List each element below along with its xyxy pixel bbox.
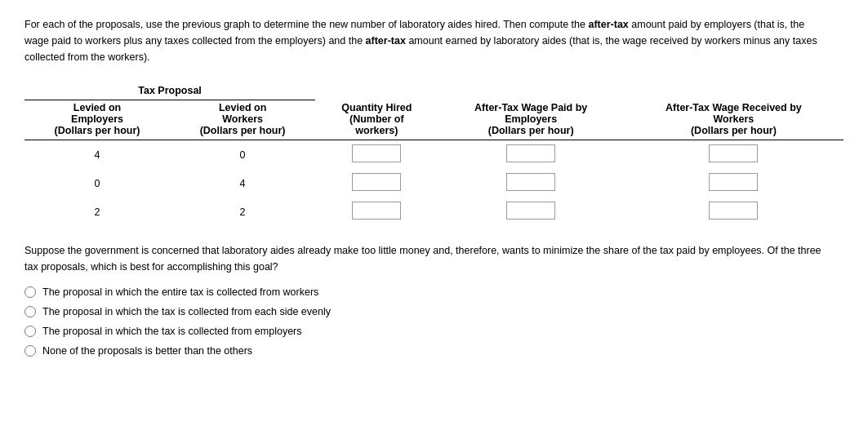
aftertax-employers-input-cell-3[interactable] [438, 197, 624, 226]
radio-option-3[interactable]: The proposal in which the tax is collect… [24, 326, 844, 337]
radio-option-1[interactable]: The proposal in which the entire tax is … [24, 286, 844, 298]
quantity-input-1[interactable] [352, 144, 401, 162]
intro-text: For each of the proposals, use the previ… [24, 16, 825, 65]
radio-input-2[interactable] [24, 306, 36, 317]
radio-input-4[interactable] [24, 345, 36, 357]
bottom-section: Suppose the government is concerned that… [24, 242, 844, 357]
levied-employers-header: Levied on Employers (Dollars per hour) [24, 100, 170, 140]
quantity-input-cell-1[interactable] [315, 140, 438, 170]
bottom-text: Suppose the government is concerned that… [24, 242, 825, 275]
radio-label-3: The proposal in which the tax is collect… [42, 326, 302, 337]
table-row: 0 4 [24, 169, 844, 197]
aftertax-employers-input-1[interactable] [506, 144, 555, 162]
radio-option-4[interactable]: None of the proposals is better than the… [24, 345, 844, 357]
table-row: 2 2 [24, 197, 844, 226]
table-row: 4 0 [24, 140, 844, 170]
radio-option-2[interactable]: The proposal in which the tax is collect… [24, 306, 844, 317]
tax-proposal-col-header: Tax Proposal [24, 82, 315, 100]
aftertax-employers-input-cell-1[interactable] [438, 140, 624, 170]
radio-label-2: The proposal in which the tax is collect… [42, 306, 331, 317]
aftertax-employers-header: After-Tax Wage Paid by Employers (Dollar… [438, 82, 624, 140]
quantity-input-3[interactable] [352, 202, 401, 220]
aftertax-employers-input-2[interactable] [506, 173, 555, 191]
aftertax-workers-input-2[interactable] [709, 173, 758, 191]
aftertax-workers-input-cell-3[interactable] [624, 197, 844, 226]
radio-label-4: None of the proposals is better than the… [42, 345, 252, 357]
radio-input-3[interactable] [24, 326, 36, 337]
levy-employers-val-3: 2 [24, 197, 170, 226]
aftertax-workers-input-1[interactable] [709, 144, 758, 162]
aftertax-workers-header: After-Tax Wage Received by Workers (Doll… [624, 82, 844, 140]
table-section: Tax Proposal Quantity Hired (Number of w… [24, 82, 844, 226]
levied-workers-header: Levied on Workers (Dollars per hour) [170, 100, 315, 140]
tax-proposal-label: Tax Proposal [138, 85, 202, 96]
quantity-input-2[interactable] [352, 173, 401, 191]
quantity-input-cell-2[interactable] [315, 169, 438, 197]
levy-employers-val-1: 4 [24, 140, 170, 170]
aftertax-workers-input-3[interactable] [709, 202, 758, 220]
quantity-input-cell-3[interactable] [315, 197, 438, 226]
levy-workers-val-1: 0 [170, 140, 315, 170]
aftertax-workers-input-cell-1[interactable] [624, 140, 844, 170]
aftertax-workers-input-cell-2[interactable] [624, 169, 844, 197]
radio-input-1[interactable] [24, 286, 36, 298]
levy-employers-val-2: 0 [24, 169, 170, 197]
levy-workers-val-2: 4 [170, 169, 315, 197]
quantity-hired-header: Quantity Hired (Number of workers) [315, 82, 438, 140]
levy-workers-val-3: 2 [170, 197, 315, 226]
aftertax-employers-input-3[interactable] [506, 202, 555, 220]
aftertax-employers-input-cell-2[interactable] [438, 169, 624, 197]
radio-label-1: The proposal in which the entire tax is … [42, 286, 318, 298]
